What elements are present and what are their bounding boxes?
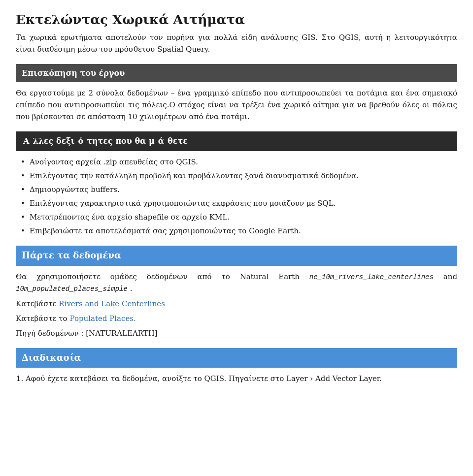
skills-item-5-text: Μετατρέποντας ένα αρχείο shapefile σε αρ… xyxy=(30,213,230,222)
skills-item-4-text: Επιλέγοντας χαρακτηριστικά χρησιμοποιώντ… xyxy=(30,199,336,208)
data-link-2-para: Κατεβάστε το Populated Places. xyxy=(16,313,457,324)
intro-paragraph: Τα χωρικά ερωτήματα αποτελούν τον πυρήνα… xyxy=(16,32,457,55)
data-link-2-prefix: Κατεβάστε το xyxy=(16,314,69,323)
section-data-header: Πάρτε τα δεδομένα xyxy=(16,246,457,266)
data-para-mono2: 10m_populated_places_simple xyxy=(16,285,128,293)
rivers-link[interactable]: Rivers and Lake Centerlines xyxy=(59,299,165,308)
data-para-dot: . xyxy=(130,284,133,293)
skills-list: Ανοίγοντας αρχεία .zip απευθείας στο QGI… xyxy=(16,156,457,237)
skills-item-4: Επιλέγοντας χαρακτηριστικά χρησιμοποιώντ… xyxy=(21,197,457,209)
skills-item-1-text: Ανοίγοντας αρχεία .zip απευθείας στο QGI… xyxy=(30,158,198,166)
overview-paragraph: Θα εργαστούμε με 2 σύνολα δεδομένων – έν… xyxy=(16,87,457,123)
skills-title-part3: θετε xyxy=(168,135,188,148)
data-link-1-prefix: Κατεβάστε xyxy=(16,299,59,308)
data-link-1-para: Κατεβάστε Rivers and Lake Centerlines xyxy=(16,298,457,310)
skills-title-highlight3: ά xyxy=(157,134,166,148)
section-skills-header: Αλλες δεξιότητες που θα μάθετε xyxy=(16,131,457,151)
skills-title-part1: λλες δεξι xyxy=(33,135,74,148)
skills-item-5: Μετατρέποντας ένα αρχείο shapefile σε αρ… xyxy=(21,211,457,223)
process-list: Αφού έχετε κατεβάσει τα δεδομένα, ανοίξτ… xyxy=(16,373,457,384)
page-title: Εκτελώντας Χωρικά Αιτήματα xyxy=(16,12,457,29)
data-source-para: Πηγή δεδομένων : [NATURALEARTH] xyxy=(16,327,457,339)
skills-item-1: Ανοίγοντας αρχεία .zip απευθείας στο QGI… xyxy=(21,156,457,168)
data-para-start: Θα χρησιμοποιήσετε ομάδες δεδομένων από … xyxy=(16,272,300,281)
section-process-header: Διαδικασία xyxy=(16,348,457,368)
section-data-title: Πάρτε τα δεδομένα xyxy=(22,250,121,260)
section-process-title: Διαδικασία xyxy=(22,352,81,363)
data-para-and-word: and xyxy=(443,272,457,281)
process-item-1-text: Αφού έχετε κατεβάσει τα δεδομένα, ανοίξτ… xyxy=(26,374,382,383)
skills-item-3: Δημιουργώντας buffers. xyxy=(21,184,457,195)
skills-title-part2: τητες που θα μ xyxy=(87,135,155,148)
data-para-mono1: ne_10m_rivers_lake_centerlines xyxy=(309,273,434,281)
skills-title-highlight1: Α xyxy=(22,134,31,148)
skills-item-2-text: Επιλέγοντας την κατάλληλη προβολή και πρ… xyxy=(30,171,359,180)
skills-item-2: Επιλέγοντας την κατάλληλη προβολή και πρ… xyxy=(21,170,457,182)
section-overview-title: Επισκόπηση του έργου xyxy=(22,68,125,78)
skills-item-3-text: Δημιουργώντας buffers. xyxy=(30,185,120,194)
section-overview-header: Επισκόπηση του έργου xyxy=(16,64,457,83)
skills-item-6-text: Επιβεβαιώστε τα αποτελέσματά σας χρησιμο… xyxy=(30,226,301,235)
data-paragraph: Θα χρησιμοποιήσετε ομάδες δεδομένων από … xyxy=(16,271,457,295)
process-item-1: Αφού έχετε κατεβάσει τα δεδομένα, ανοίξτ… xyxy=(26,373,457,384)
skills-title-highlight2: ό xyxy=(77,134,85,148)
populated-places-link[interactable]: Populated Places. xyxy=(69,314,135,323)
skills-item-6: Επιβεβαιώστε τα αποτελέσματά σας χρησιμο… xyxy=(21,225,457,237)
